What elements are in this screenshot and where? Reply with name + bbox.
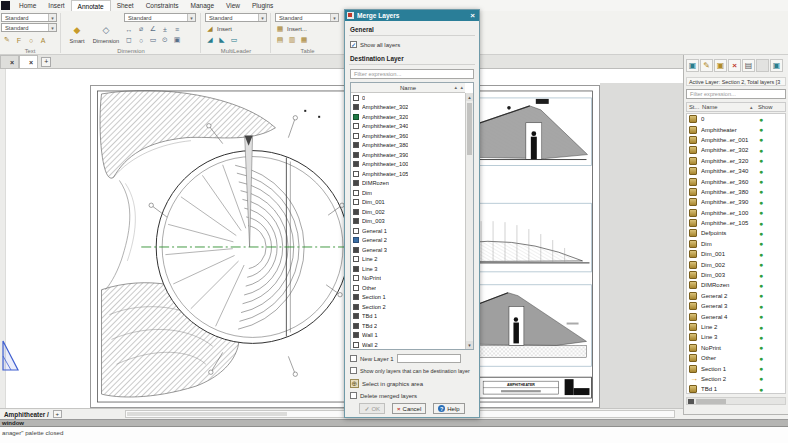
layer-row[interactable]: Other	[351, 283, 465, 293]
layer-row[interactable]: Amphitheater_105	[351, 169, 465, 179]
layer-row[interactable]: Dim_001	[351, 198, 465, 208]
layer-status-icon[interactable]	[689, 385, 697, 393]
ribbon-tab[interactable]: Insert	[42, 0, 70, 11]
dimension-tool-icon[interactable]: ⌀	[136, 24, 146, 34]
scroll-down-icon[interactable]: ▾	[466, 341, 473, 349]
layer-color-swatch[interactable]	[353, 266, 359, 272]
layer-color-swatch[interactable]	[353, 199, 359, 205]
layer-row[interactable]: Wall 1	[351, 331, 465, 341]
layer-visible-icon[interactable]: ●	[759, 303, 763, 310]
layer-row[interactable]: General 4 ●	[687, 311, 785, 321]
layer-visible-icon[interactable]: ●	[759, 147, 763, 154]
layer-row[interactable]: Amphithe..er_340 ●	[687, 166, 785, 176]
layer-color-swatch[interactable]	[353, 294, 359, 300]
layer-row[interactable]: Dim_002 ●	[687, 259, 785, 269]
table-style-dropdown[interactable]: Standard▾	[275, 13, 339, 22]
layer-visible-icon[interactable]: ●	[759, 199, 763, 206]
name-column-header[interactable]: Name	[702, 104, 750, 110]
scroll-up-icon[interactable]: ▴	[466, 93, 473, 101]
layer-visible-icon[interactable]: ●	[759, 261, 763, 268]
layer-color-swatch[interactable]	[353, 275, 359, 281]
layer-row[interactable]: Dim_003	[351, 217, 465, 227]
layer-visible-icon[interactable]: ●	[759, 272, 763, 279]
layer-visible-icon[interactable]: ●	[759, 355, 763, 362]
close-tab-icon[interactable]: ×	[10, 59, 14, 66]
layers-toolbar-icon[interactable]	[756, 59, 769, 72]
multileader-tool-icon[interactable]: ▭	[229, 35, 239, 45]
show-all-layers-checkbox[interactable]: ✓	[350, 41, 357, 48]
show-column-header[interactable]: Show	[758, 104, 782, 110]
layer-row[interactable]: NoPrint	[351, 274, 465, 284]
layer-color-swatch[interactable]	[353, 114, 359, 120]
ribbon-tab[interactable]: View	[220, 0, 246, 11]
layer-row[interactable]: Line 2	[351, 255, 465, 265]
multileader-insert-button[interactable]: ◢ Insert	[205, 24, 232, 34]
layer-visible-icon[interactable]: ●	[759, 178, 763, 185]
layer-row[interactable]: Defpoints ●	[687, 228, 785, 238]
layers-toolbar-icon[interactable]: ▤	[742, 59, 755, 72]
layer-status-icon[interactable]	[689, 354, 697, 362]
layer-status-icon[interactable]	[689, 344, 697, 352]
dimension-tool-icon[interactable]: ○	[136, 35, 146, 45]
show-only-destination-row[interactable]: Show only layers that can be destination…	[350, 367, 470, 374]
layer-visible-icon[interactable]: ●	[759, 240, 763, 247]
table-tool-icon[interactable]: ▤	[275, 35, 285, 45]
cancel-button[interactable]: ×Cancel	[392, 403, 426, 414]
dropdown-arrow-icon[interactable]: ▾	[187, 14, 195, 21]
scrollbar-thumb[interactable]	[696, 399, 726, 404]
layer-color-swatch[interactable]	[353, 218, 359, 224]
text-tool-icon[interactable]: A	[38, 35, 48, 45]
dimension-tool-icon[interactable]: ▭	[148, 35, 158, 45]
layer-color-swatch[interactable]	[353, 190, 359, 196]
layer-color-swatch[interactable]	[353, 247, 359, 253]
scrollbar-thumb[interactable]	[127, 412, 287, 416]
layer-row[interactable]: DIMRozen ●	[687, 280, 785, 290]
layer-status-icon[interactable]	[689, 157, 697, 165]
dropdown-arrow-icon[interactable]: ▾	[48, 14, 56, 21]
layer-row[interactable]: Amphitheater ●	[687, 124, 785, 134]
layer-visible-icon[interactable]: ●	[759, 324, 763, 331]
layer-color-swatch[interactable]	[353, 209, 359, 215]
table-insert-button[interactable]: ▦ Insert...	[275, 24, 307, 34]
help-button[interactable]: ?Help	[433, 403, 464, 414]
layer-row[interactable]: Amphitheater_302	[351, 103, 465, 113]
layer-visible-icon[interactable]: ●	[759, 292, 763, 299]
layer-row[interactable]: General 3 ●	[687, 301, 785, 311]
layer-status-icon[interactable]	[689, 198, 697, 206]
layer-row[interactable]: Dim_003 ●	[687, 270, 785, 280]
dimension-tool-icon[interactable]: ◻	[124, 35, 134, 45]
layer-color-swatch[interactable]	[353, 133, 359, 139]
panel-horizontal-scrollbar[interactable]	[686, 397, 786, 405]
drawing-canvas[interactable]: ELEVATION AA	[0, 69, 683, 408]
dimension-tool-icon[interactable]: ±	[160, 24, 170, 34]
new-layer-checkbox[interactable]	[350, 355, 357, 362]
layer-visible-icon[interactable]: ●	[759, 230, 763, 237]
new-layer-row[interactable]: New Layer 1	[350, 354, 461, 363]
layer-visible-icon[interactable]: ●	[759, 375, 763, 382]
layer-row[interactable]: NoPrint ●	[687, 343, 785, 353]
layer-color-swatch[interactable]	[353, 323, 359, 329]
ribbon-tab[interactable]: Annotate	[71, 0, 111, 11]
layer-status-icon[interactable]	[689, 126, 697, 134]
layer-color-swatch[interactable]	[353, 161, 359, 167]
layer-status-icon[interactable]	[689, 219, 697, 227]
layer-row[interactable]: Amphithe..er_390 ●	[687, 197, 785, 207]
layer-visible-icon[interactable]: ●	[759, 209, 763, 216]
layer-color-swatch[interactable]	[353, 123, 359, 129]
layer-status-icon[interactable]	[689, 281, 697, 289]
table-tool-icon[interactable]: ▥	[287, 35, 297, 45]
name-column-header[interactable]: Name	[351, 83, 465, 93]
ribbon-tab[interactable]: Manage	[185, 0, 221, 11]
layer-row[interactable]: Amphithe..er_001 ●	[687, 135, 785, 145]
layers-toolbar-icon[interactable]: ×	[728, 59, 741, 72]
destination-layer-list[interactable]: Name ▴ ▴ 0 Amphitheater_302 Am	[350, 82, 474, 350]
layers-toolbar-icon[interactable]: ▣	[770, 59, 783, 72]
ok-button[interactable]: ✓OK	[359, 403, 385, 414]
layer-row[interactable]: Amphithe..er_360 ●	[687, 176, 785, 186]
layer-row[interactable]: Section 1 ●	[687, 363, 785, 373]
layer-color-swatch[interactable]	[353, 342, 359, 348]
layer-row[interactable]: Dim_002	[351, 207, 465, 217]
layer-status-icon[interactable]	[689, 146, 697, 154]
layer-visible-icon[interactable]: ●	[759, 220, 763, 227]
show-all-layers-row[interactable]: ✓ Show all layers	[350, 41, 400, 48]
